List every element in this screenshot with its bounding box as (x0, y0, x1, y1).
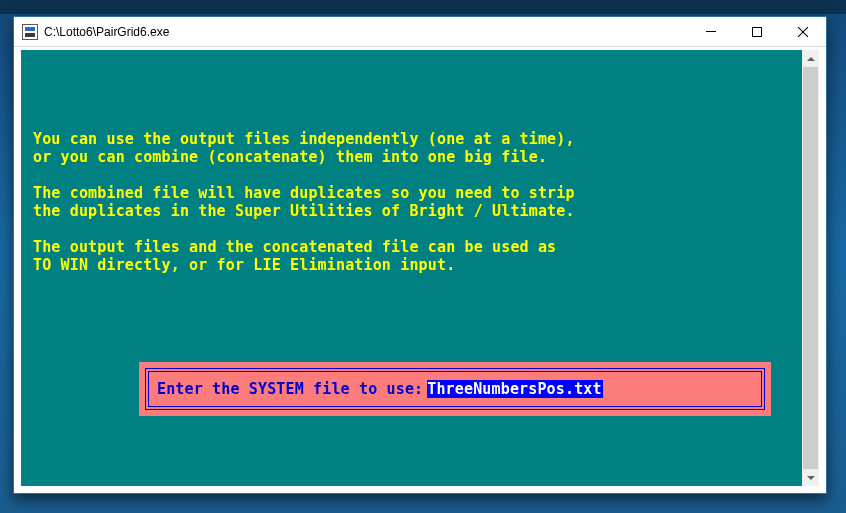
scroll-down-button[interactable] (802, 469, 819, 486)
prompt-label: Enter the SYSTEM file to use: (157, 380, 423, 398)
close-icon (797, 26, 809, 38)
vertical-scrollbar[interactable] (802, 50, 819, 486)
scroll-track[interactable] (802, 67, 819, 469)
prompt-box: Enter the SYSTEM file to use: ThreeNumbe… (139, 362, 771, 416)
title-wrap: C:\Lotto6\PairGrid6.exe (14, 17, 688, 46)
chevron-up-icon (807, 57, 815, 61)
chevron-down-icon (807, 476, 815, 480)
prompt-input[interactable]: ThreeNumbersPos.txt (427, 380, 602, 398)
console-output: You can use the output files independent… (33, 130, 794, 274)
maximize-button[interactable] (734, 17, 780, 46)
minimize-button[interactable] (688, 17, 734, 46)
close-button[interactable] (780, 17, 826, 46)
minimize-icon (706, 31, 716, 32)
console: You can use the output files independent… (21, 50, 819, 486)
app-window: C:\Lotto6\PairGrid6.exe You can use the … (13, 16, 827, 494)
titlebar[interactable]: C:\Lotto6\PairGrid6.exe (14, 17, 826, 47)
scroll-thumb[interactable] (803, 67, 818, 469)
client-area: You can use the output files independent… (14, 47, 826, 493)
scroll-up-button[interactable] (802, 50, 819, 67)
maximize-icon (752, 27, 762, 37)
window-controls (688, 17, 826, 46)
window-title: C:\Lotto6\PairGrid6.exe (44, 25, 169, 39)
app-icon (22, 24, 38, 40)
